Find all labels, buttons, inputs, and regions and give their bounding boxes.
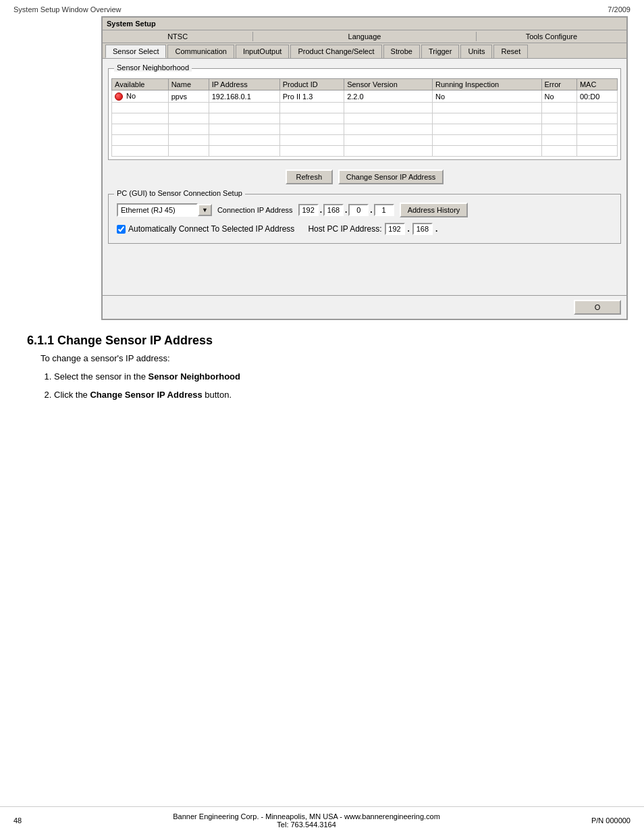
col-error: Error (541, 79, 576, 90)
ip-field-4[interactable] (374, 204, 394, 216)
footer-part-number: P/N 000000 (591, 816, 630, 825)
host-ip-field-1[interactable] (385, 223, 405, 235)
footer-line2: Tel: 763.544.3164 (22, 820, 591, 829)
auto-connect-label: Automatically Connect To Selected IP Add… (128, 224, 294, 234)
tab-tools-configure[interactable]: Tools Configure (526, 32, 577, 41)
connection-ip-label: Connection IP Address (217, 206, 293, 214)
auto-connect-row: Automatically Connect To Selected IP Add… (117, 224, 294, 234)
table-row (112, 103, 618, 113)
ip-field-1[interactable] (298, 204, 319, 216)
table-row[interactable]: No ppvs 192.168.0.1 Pro II 1.3 2.2.0 No … (112, 90, 618, 103)
connection-type-row: Ethernet (RJ 45) ▼ Connection IP Address… (111, 200, 618, 220)
tab-ntsc[interactable]: NTSC (167, 32, 188, 41)
table-row (112, 124, 618, 135)
host-pc-row: Host PC IP Address: . . (308, 223, 437, 235)
ip-field-3[interactable] (348, 204, 369, 216)
page-header-left: System Setup Window Overview (14, 5, 122, 14)
section-steps: Select the sensor in the Sensor Neighbor… (54, 369, 617, 403)
host-ip-dot-2: . (435, 224, 437, 234)
cell-available-text: No (126, 92, 136, 100)
table-row (112, 135, 618, 146)
tab-product-change[interactable]: Product Change/Select (290, 45, 381, 58)
cell-available: No (112, 90, 169, 103)
cell-error: No (541, 90, 576, 103)
footer-line1: Banner Engineering Corp. - Minneapolis, … (22, 812, 591, 820)
window-title: System Setup (107, 20, 156, 28)
top-tabs-row: NTSC Language Tools Configure (103, 30, 626, 43)
table-row (112, 146, 618, 157)
step1-bold: Sensor Neighborhood (148, 371, 240, 382)
status-red-indicator (115, 93, 123, 101)
table-row (112, 113, 618, 124)
col-ip-address: IP Address (209, 79, 279, 90)
dropdown-arrow-button[interactable]: ▼ (198, 204, 212, 216)
connection-setup-title: PC (GUI) to Sensor Connection Setup (114, 189, 245, 197)
system-setup-window: System Setup NTSC Language Tools Configu… (101, 16, 628, 320)
step1-plain: Select the sensor in the (54, 371, 148, 382)
ethernet-option: Ethernet (RJ 45) (117, 203, 198, 217)
host-ip-dot-1: . (408, 224, 410, 234)
host-ip-field-2[interactable] (412, 223, 433, 235)
sensor-table: Available Name IP Address Product ID Sen… (111, 78, 618, 157)
tab-strobe[interactable]: Strobe (383, 45, 420, 58)
cell-mac: 00:D0 (576, 90, 617, 103)
auto-connect-checkbox[interactable] (117, 225, 126, 234)
change-sensor-ip-button[interactable]: Change Sensor IP Address (338, 170, 444, 184)
sensor-neighborhood-title: Sensor Neighborhood (114, 63, 192, 72)
list-item: Click the Change Sensor IP Address butto… (54, 387, 617, 402)
col-name: Name (168, 79, 209, 90)
ip-field-2[interactable] (323, 204, 344, 216)
sensor-neighborhood-group: Sensor Neighborhood Available Name IP Ad… (108, 68, 621, 160)
tab-trigger[interactable]: Trigger (421, 45, 459, 58)
window-titlebar: System Setup (103, 18, 626, 30)
cell-product-id: Pro II 1.3 (279, 90, 344, 103)
host-pc-label: Host PC IP Address: (308, 224, 381, 234)
tab-sensor-select[interactable]: Sensor Select (105, 45, 166, 58)
address-history-button[interactable]: Address History (400, 203, 468, 217)
cell-name: ppvs (168, 90, 209, 103)
ip-dot-1: . (320, 205, 322, 215)
connection-ip-fields: . . . (298, 204, 394, 216)
cell-ip: 192.168.0.1 (209, 90, 279, 103)
page-header-right: 7/2009 (608, 5, 630, 14)
empty-area (103, 249, 626, 290)
col-running-inspection: Running Inspection (433, 79, 542, 90)
ip-dot-3: . (370, 205, 372, 215)
section-intro: To change a sensor's IP address: (41, 353, 617, 363)
tab-reset[interactable]: Reset (493, 45, 528, 58)
footer-page-number: 48 (14, 816, 22, 825)
ok-button[interactable]: O (574, 300, 621, 315)
refresh-button[interactable]: Refresh (286, 170, 333, 184)
connection-type-dropdown[interactable]: Ethernet (RJ 45) ▼ (117, 203, 212, 217)
bottom-buttons: O (103, 295, 626, 319)
col-mac: MAC (576, 79, 617, 90)
sensor-buttons-row: Refresh Change Sensor IP Address (103, 165, 626, 188)
tab-communication[interactable]: Communication (167, 45, 234, 58)
col-product-id: Product ID (279, 79, 344, 90)
col-available: Available (112, 79, 169, 90)
connection-setup-group: PC (GUI) to Sensor Connection Setup Ethe… (108, 194, 621, 244)
tab-inputoutput[interactable]: InputOutput (236, 45, 290, 58)
step2-bold: Change Sensor IP Address (90, 390, 202, 400)
cell-running-inspection: No (433, 90, 542, 103)
ip-dot-2: . (345, 205, 347, 215)
list-item: Select the sensor in the Sensor Neighbor… (54, 369, 617, 384)
cell-sensor-version: 2.2.0 (344, 90, 433, 103)
col-sensor-version: Sensor Version (344, 79, 433, 90)
section-heading: 6.1.1 Change Sensor IP Address (27, 334, 617, 348)
tab-language[interactable]: Language (348, 32, 381, 41)
tab-units[interactable]: Units (460, 45, 492, 58)
step2-after: button. (203, 390, 232, 400)
footer-center: Banner Engineering Corp. - Minneapolis, … (22, 812, 591, 829)
step2-plain: Click the (54, 390, 90, 400)
